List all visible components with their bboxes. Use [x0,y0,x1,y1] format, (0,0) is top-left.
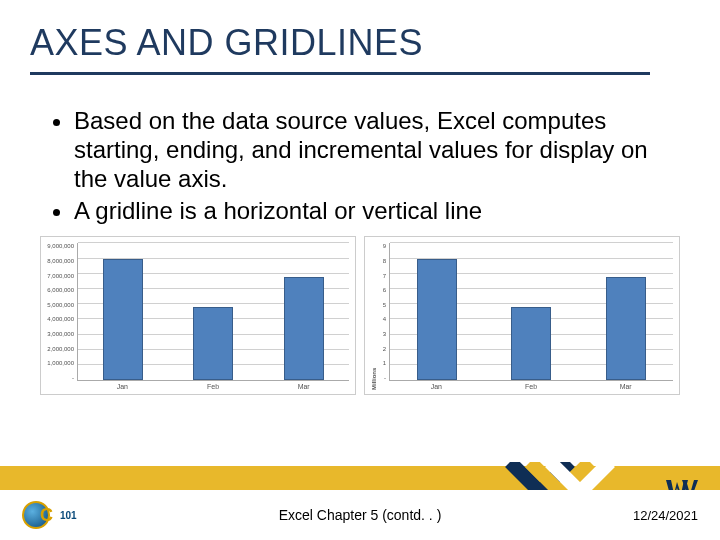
chart-right: Millions 9 8 7 6 5 4 3 2 1 - [364,236,680,395]
y-tick-label: 4 [379,316,386,322]
y-tick-label: 3 [379,331,386,337]
y-tick-label: 2,000,000 [47,346,74,352]
bar-jan [103,259,143,381]
x-tick-label: Mar [578,383,673,390]
bar-jan [417,259,457,381]
y-tick-label: 5,000,000 [47,302,74,308]
y-tick-label: 4,000,000 [47,316,74,322]
footer-bottom: 101 Excel Chapter 5 (contd. . ) 12/24/20… [0,490,720,540]
y-tick-label: 6 [379,287,386,293]
bullet-item: A gridline is a horizontal or vertical l… [74,197,670,226]
y-axis-ticks: 9 8 7 6 5 4 3 2 1 - [379,243,389,381]
bullet-item: Based on the data source values, Excel c… [74,107,670,193]
x-axis-ticks: Jan Feb Mar [379,383,673,390]
c101-logo-icon: 101 [22,501,77,529]
y-tick-label: 8,000,000 [47,258,74,264]
y-tick-label: 1,000,000 [47,360,74,366]
bars-container [390,243,673,380]
x-tick-label: Jan [389,383,484,390]
y-tick-label: 9,000,000 [47,243,74,249]
chart-grid [389,243,673,381]
charts-row: 9,000,000 8,000,000 7,000,000 6,000,000 … [0,230,720,395]
content-area: Based on the data source values, Excel c… [0,75,720,230]
x-tick-label: Feb [168,383,259,390]
bar-mar [606,277,646,380]
bar-mar [284,277,324,380]
y-axis-ticks: 9,000,000 8,000,000 7,000,000 6,000,000 … [47,243,77,381]
plot-area: 9,000,000 8,000,000 7,000,000 6,000,000 … [47,243,349,381]
logo-text: 101 [60,510,77,521]
slide-title: AXES AND GRIDLINES [0,0,720,72]
y-tick-label: 2 [379,346,386,352]
y-axis-unit-label: Millions [371,243,377,390]
slide: AXES AND GRIDLINES Based on the data sou… [0,0,720,540]
plot-wrap: 9 8 7 6 5 4 3 2 1 - [379,243,673,390]
chart-grid [77,243,349,381]
x-axis-ticks: Jan Feb Mar [47,383,349,390]
plot-wrap: 9,000,000 8,000,000 7,000,000 6,000,000 … [47,243,349,390]
y-tick-label: 1 [379,360,386,366]
bar-feb [193,307,233,380]
y-tick-label: 9 [379,243,386,249]
plot-area: 9 8 7 6 5 4 3 2 1 - [379,243,673,381]
x-tick-label: Feb [484,383,579,390]
chart-left: 9,000,000 8,000,000 7,000,000 6,000,000 … [40,236,356,395]
x-tick-label: Mar [258,383,349,390]
bar-feb [511,307,551,380]
y-tick-label: 7,000,000 [47,273,74,279]
footer-band: 101 Excel Chapter 5 (contd. . ) 12/24/20… [0,466,720,540]
y-tick-label: 5 [379,302,386,308]
y-tick-label: 3,000,000 [47,331,74,337]
y-tick-label: 8 [379,258,386,264]
bullet-list: Based on the data source values, Excel c… [50,107,670,226]
bars-container [78,243,349,380]
footer-date: 12/24/2021 [633,508,698,523]
y-tick-label: - [379,375,386,381]
x-tick-label: Jan [77,383,168,390]
y-tick-label: 7 [379,273,386,279]
footer-center-text: Excel Chapter 5 (contd. . ) [279,507,442,523]
y-tick-label: - [47,375,74,381]
globe-icon [22,501,50,529]
y-tick-label: 6,000,000 [47,287,74,293]
